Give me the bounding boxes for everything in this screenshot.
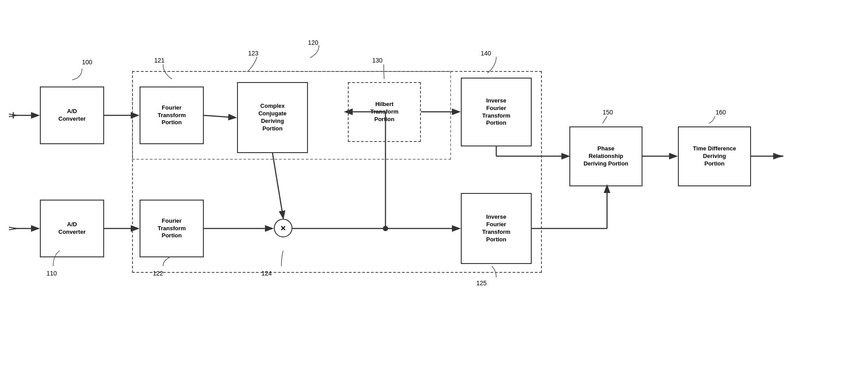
- label-125: 125: [476, 280, 487, 287]
- svg-line-6: [9, 227, 17, 228]
- label-130: 130: [372, 57, 382, 64]
- time-difference-block: Time DifferenceDerivingPortion: [678, 126, 751, 186]
- label-150: 150: [603, 109, 613, 116]
- multiply-x: ×: [280, 223, 286, 233]
- inv-fourier-2: InverseFourierTransformPortion: [461, 193, 532, 264]
- diagram: A/DConverter A/DConverter FourierTransfo…: [0, 0, 868, 374]
- fourier-transform-2: FourierTransformPortion: [140, 200, 204, 257]
- svg-line-3: [9, 114, 17, 115]
- svg-line-7: [9, 228, 17, 230]
- ad-converter-1: A/DConverter: [40, 87, 104, 144]
- complex-conjugate-label: ComplexConjugateDerivingPortion: [258, 102, 287, 133]
- inv-fourier-1: InverseFourierTransformPortion: [461, 78, 532, 146]
- multiply-symbol: ×: [274, 219, 292, 237]
- ad-converter-2: A/DConverter: [40, 200, 104, 257]
- inv-fourier-1-label: InverseFourierTransformPortion: [482, 97, 510, 127]
- complex-conjugate-block: ComplexConjugateDerivingPortion: [237, 82, 308, 153]
- label-110: 110: [47, 270, 57, 277]
- svg-line-26: [775, 156, 783, 157]
- inv-fourier-2-label: InverseFourierTransformPortion: [482, 213, 510, 244]
- svg-line-4: [9, 115, 17, 117]
- label-100: 100: [82, 59, 92, 66]
- label-123: 123: [248, 50, 258, 57]
- ad-converter-1-label: A/DConverter: [58, 108, 86, 123]
- label-160: 160: [716, 109, 726, 116]
- hilbert-transform-block: HilbertTransformPortion: [348, 82, 421, 142]
- hilbert-transform-label: HilbertTransformPortion: [370, 101, 399, 123]
- label-121: 121: [154, 57, 164, 64]
- label-122: 122: [153, 270, 163, 277]
- label-124: 124: [261, 270, 272, 277]
- phase-relationship-block: PhaseRelationshipDeriving Portion: [569, 126, 642, 186]
- label-120: 120: [308, 39, 318, 46]
- phase-relationship-label: PhaseRelationshipDeriving Portion: [584, 145, 628, 168]
- ad-converter-2-label: A/DConverter: [58, 221, 86, 236]
- fourier-transform-1: FourierTransformPortion: [140, 87, 204, 144]
- svg-line-25: [775, 155, 783, 156]
- fourier-transform-1-label: FourierTransformPortion: [158, 104, 186, 127]
- label-140: 140: [481, 50, 491, 57]
- time-difference-label: Time DifferenceDerivingPortion: [693, 145, 736, 168]
- fourier-transform-2-label: FourierTransformPortion: [158, 217, 186, 240]
